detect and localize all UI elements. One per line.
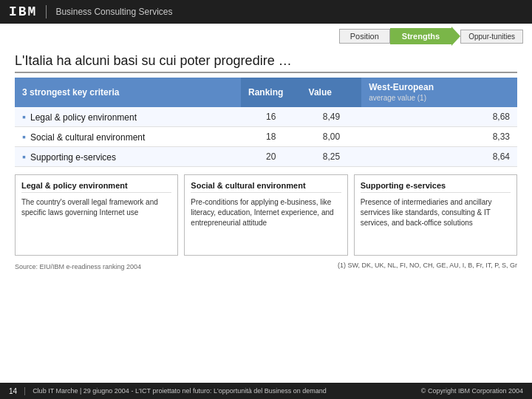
source-text: Source: EIU/IBM e-readiness ranking 2004 bbox=[15, 263, 141, 270]
cell-criteria: ▪Supporting e-services bbox=[15, 147, 241, 167]
desc-box-title-0: Legal & policy environment bbox=[21, 181, 171, 193]
western-label: West-European bbox=[369, 82, 434, 92]
header-title: Business Consulting Services bbox=[55, 7, 172, 17]
footer: 14 Club IT Marche | 29 giugno 2004 - L'I… bbox=[0, 383, 532, 399]
desc-box-2: Supporting e-services Presence of interm… bbox=[354, 174, 517, 256]
desc-box-title-2: Supporting e-services bbox=[361, 181, 511, 193]
table-row: ▪Legal & policy environment 16 8,49 8,68 bbox=[15, 107, 517, 127]
ibm-logo: IBM bbox=[9, 4, 37, 19]
desc-box-1: Social & cultural environment Pre-condit… bbox=[184, 174, 347, 256]
cell-criteria: ▪Social & cultural environment bbox=[15, 127, 241, 147]
bullet-icon: ▪ bbox=[22, 111, 26, 123]
footer-copyright: © Copyright IBM Corporation 2004 bbox=[421, 387, 523, 395]
header-divider bbox=[46, 5, 47, 18]
cell-ranking: 18 bbox=[241, 127, 301, 147]
cell-western: 8,68 bbox=[361, 107, 517, 127]
footnote-text: (1) SW, DK, UK, NL, FI, NO, CH, GE, AU, … bbox=[338, 262, 517, 269]
cell-western: 8,33 bbox=[361, 127, 517, 147]
table-row: ▪Supporting e-services 20 8,25 8,64 bbox=[15, 147, 517, 167]
footer-text: Club IT Marche | 29 giugno 2004 - L'ICT … bbox=[33, 387, 421, 395]
cell-criteria: ▪Legal & policy environment bbox=[15, 107, 241, 127]
desc-box-text-2: Presence of intermediaries and ancillary… bbox=[361, 197, 511, 228]
cell-ranking: 16 bbox=[241, 107, 301, 127]
criteria-table: 3 strongest key criteria Ranking Value W… bbox=[15, 78, 517, 167]
tab-strengths[interactable]: Strengths bbox=[390, 28, 451, 44]
table-row: ▪Social & cultural environment 18 8,00 8… bbox=[15, 127, 517, 147]
desc-box-text-1: Pre-conditions for applying e-business, … bbox=[191, 197, 341, 228]
col-header-value: Value bbox=[301, 78, 362, 107]
desc-box-text-0: The country's overall legal framework an… bbox=[21, 197, 171, 218]
cell-western: 8,64 bbox=[361, 147, 517, 167]
desc-box-0: Legal & policy environment The country's… bbox=[15, 174, 178, 256]
page-title: L'Italia ha alcuni basi su cui poter pro… bbox=[15, 53, 517, 73]
cell-value: 8,00 bbox=[301, 127, 362, 147]
cell-value: 8,25 bbox=[301, 147, 362, 167]
desc-box-title-1: Social & cultural environment bbox=[191, 181, 341, 193]
footer-page: 14 bbox=[9, 387, 25, 395]
bullet-icon: ▪ bbox=[22, 151, 26, 163]
col-header-ranking: Ranking bbox=[241, 78, 301, 107]
col-header-criteria: 3 strongest key criteria bbox=[15, 78, 241, 107]
cell-ranking: 20 bbox=[241, 147, 301, 167]
cell-value: 8,49 bbox=[301, 107, 362, 127]
western-sub-label: average value (1) bbox=[369, 94, 426, 102]
tab-position[interactable]: Position bbox=[339, 29, 390, 44]
tab-opportunities[interactable]: Oppur-tunities bbox=[460, 30, 523, 44]
header: IBM Business Consulting Services bbox=[0, 0, 532, 24]
col-header-western: West-European average value (1) bbox=[361, 78, 517, 107]
bullet-icon: ▪ bbox=[22, 131, 26, 143]
nav-tabs: Position Strengths Oppur-tunities bbox=[0, 24, 532, 47]
desc-boxes: Legal & policy environment The country's… bbox=[15, 174, 517, 256]
tab-arrow-icon bbox=[451, 27, 460, 46]
main-content: L'Italia ha alcuni basi su cui poter pro… bbox=[0, 47, 532, 273]
